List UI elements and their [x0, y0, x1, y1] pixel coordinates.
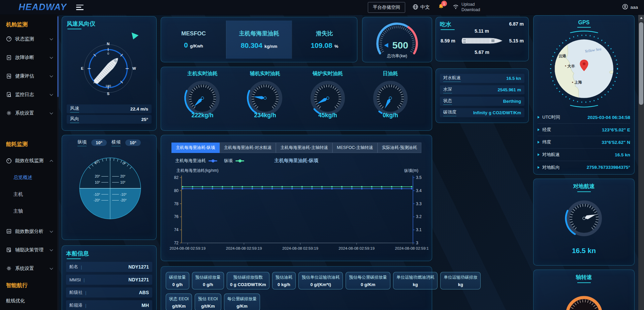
sidebar: 机舱监测 状态监测 故障诊断 健康评估 监控日志 系统设置 能耗监测	[0, 15, 57, 310]
est-fuel-button[interactable]: 预估油耗0 kg/h	[272, 272, 296, 289]
arrow-right-icon	[538, 166, 540, 169]
carbon-per-km-button[interactable]: 每公里碳排放量g/Km	[224, 293, 260, 310]
est-carbon-emission-button[interactable]: 预估碳排放量0 g/h	[192, 272, 224, 289]
tab-fuel-trim[interactable]: 主机每海里油耗-纵顷	[171, 143, 220, 153]
sidebar-subitem-overview[interactable]: 总览概述	[0, 169, 57, 186]
sidebar-item-label: 状态监测	[15, 36, 34, 42]
log-search-icon	[6, 92, 12, 97]
sidebar-item-route-optimization[interactable]: 航线优化	[0, 293, 57, 308]
gps-map[interactable]: Yellow Sea 云港 大丰 上海 京	[544, 30, 624, 110]
sidebar-section-engine-monitoring: 机舱监测	[0, 20, 57, 30]
sidebar-item-monitoring-log[interactable]: 监控日志	[0, 85, 57, 104]
ground-speed-title: 对地航速	[534, 183, 634, 192]
carbon-emission-button[interactable]: 碳排放量0 g/h	[166, 272, 189, 289]
ground-course-row: 对地航向 2759.767333984375°	[538, 161, 630, 174]
transport-fuel-consumption-button[interactable]: 单位运输功燃油消耗kg	[393, 272, 438, 289]
gauge-title: 日油耗	[383, 70, 398, 77]
heel-label: 横倾	[111, 139, 121, 146]
aux-engine-fuel-gauge: 辅机实时油耗 234kg/h	[236, 70, 294, 128]
compass-0-label: 0	[107, 52, 109, 55]
map-town-lianyungang: 云港	[558, 54, 566, 58]
gps-panel: GPS Yellow Sea 云港 大丰	[533, 15, 635, 175]
chart-legend: 主机每海里油耗 纵顷	[175, 158, 244, 164]
sidebar-subitem-main-engine[interactable]: 主机	[0, 186, 57, 203]
carbon-intensity-label: 碳强度	[443, 109, 456, 116]
svg-text:74: 74	[174, 227, 179, 232]
scale-left-20: 20°	[95, 175, 100, 178]
tab-mesfoc-shaft-speed[interactable]: MESFOC-主轴转速	[332, 143, 378, 153]
tab-fuel-water-speed[interactable]: 主机每海里油耗-对水航速	[220, 143, 276, 153]
svg-text:3.3: 3.3	[416, 202, 422, 206]
est-carbon-index-button[interactable]: 预估碳排放指数0 g CO2/DWT/Km	[227, 272, 269, 289]
sidebar-item-label: 辅助决策管理	[15, 247, 43, 253]
transport-carbon-emission-button[interactable]: 单位运输功碳排放kg	[440, 272, 481, 289]
est-eeoi-button[interactable]: 预估 EEOIg/t/Km	[195, 293, 221, 310]
svg-text:80: 80	[174, 188, 179, 193]
headway-logo: HEADWAY	[19, 2, 67, 12]
est-carbon-per-km-button[interactable]: 预估每公里碳排放量0 g/Km	[346, 272, 390, 289]
legend-label: 主机每海里油耗	[175, 158, 206, 164]
slip-ratio-cell[interactable]: 滑失比 109.08 %	[292, 21, 357, 59]
scale-right--20: -20°	[120, 198, 127, 202]
sidebar-section-energy-monitoring: 能耗监测	[0, 139, 57, 149]
left-axis-label: 主机每海里油耗(kg/nm)	[176, 168, 219, 174]
fuel-per-nm-unit: kg/nm	[264, 44, 277, 49]
scroll-up-icon	[640, 17, 643, 19]
storage-space-button[interactable]: 平台存储空间	[368, 2, 405, 13]
mesfoc-cell[interactable]: MESFOC 0 g/Kwh	[161, 21, 226, 59]
scrollbar-up-button[interactable]	[638, 15, 644, 21]
user-menu[interactable]: aaa	[622, 4, 638, 11]
notifications-button[interactable]: 1	[438, 3, 444, 11]
fuel-per-nm-value: 80.304	[241, 41, 262, 50]
compass-s-label: S	[107, 92, 109, 96]
page-scrollbar[interactable]	[638, 15, 644, 310]
svg-text:2024-08-08 02:59:19: 2024-08-08 02:59:19	[226, 246, 262, 250]
ground-speed-value: 16.5 kn	[615, 152, 630, 157]
sidebar-scroll-thumb[interactable]	[57, 16, 59, 97]
sidebar-scrollbar[interactable]	[57, 15, 59, 310]
svg-text:2024-08-08 02:59:19: 2024-08-08 02:59:19	[395, 246, 428, 250]
mesfoc-label: MESFOC	[181, 30, 206, 37]
tab-actual-predicted-fuel[interactable]: 实际油耗-预测油耗	[378, 143, 421, 153]
ground-speed-gauge-value: 16.5 kn	[534, 247, 634, 255]
chevron-down-icon	[50, 37, 53, 40]
sidebar-item-decision-support[interactable]: 辅助决策管理	[0, 241, 57, 259]
sidebar-item-energy-online-monitoring[interactable]: 能效在线监测	[0, 153, 57, 169]
sidebar-item-health-assessment[interactable]: 健康评估	[0, 67, 57, 85]
legend-item-trim[interactable]: 纵顷	[224, 158, 244, 164]
est-transport-fuel-button[interactable]: 预估单位运输功油耗0 g/(Km*t)	[298, 272, 343, 289]
ground-course-label: 对地航向	[542, 164, 560, 170]
tab-fuel-shaft-speed[interactable]: 主机每海里油耗-主轴转速	[276, 143, 332, 153]
sidebar-item-label: 系统设置	[15, 110, 34, 116]
legend-item-fuel[interactable]: 主机每海里油耗	[175, 158, 217, 164]
sidebar-item-energy-data-analysis[interactable]: 能效数据分析	[0, 222, 57, 241]
wifi-icon	[452, 4, 459, 11]
upload-download-button[interactable]: Upload Download	[452, 2, 480, 12]
dashboard-screen: HEADWAY 平台存储空间 中文 1	[0, 0, 644, 310]
draft-panel: 吃水 6.87 m 5.11 m 8.59 m 5.15 m 5.67 m	[436, 17, 529, 61]
gauge-value: 222kg/h	[191, 112, 213, 119]
total-power-value: 500	[392, 40, 408, 51]
main-content: 风速风向仪 N E W S 0 180	[59, 15, 644, 310]
gear-icon	[6, 266, 12, 271]
sidebar-subitem-main-shaft[interactable]: 主轴	[0, 203, 57, 219]
fuel-per-nm-cell[interactable]: 主机每海里油耗 80.304 kg/nm	[226, 21, 291, 59]
sidebar-item-status-monitoring[interactable]: 状态监测	[0, 30, 57, 48]
legend-marker-blue-icon	[208, 160, 217, 161]
water-speed-value: 16.5 kn	[506, 76, 521, 81]
ground-speed-gauge	[555, 194, 613, 245]
sidebar-item-system-settings[interactable]: 系统设置	[0, 104, 57, 122]
scrollbar-thumb[interactable]	[639, 22, 643, 105]
sidebar-item-system-settings-2[interactable]: 系统设置	[0, 259, 57, 278]
sidebar-item-label: 监控日志	[15, 92, 34, 98]
status-eeoi-button[interactable]: 状态 EEOIg/t/Km	[166, 293, 192, 310]
nav-info-panel: 对水航速 16.5 kn 水深 2545.961 m 状态 Berthing 碳…	[436, 68, 529, 123]
map-town-dafeng: 大丰	[567, 64, 575, 68]
port-of-registry-value: MH	[141, 303, 149, 308]
shaft-speed-title: 轴转速	[534, 274, 634, 283]
language-switch[interactable]: 中文	[413, 4, 430, 11]
sidebar-item-fault-diagnosis[interactable]: 故障诊断	[0, 48, 57, 67]
utc-time-label: UTC时间	[542, 114, 560, 120]
menu-toggle-icon[interactable]	[76, 5, 84, 10]
svg-text:3.1: 3.1	[416, 227, 422, 232]
